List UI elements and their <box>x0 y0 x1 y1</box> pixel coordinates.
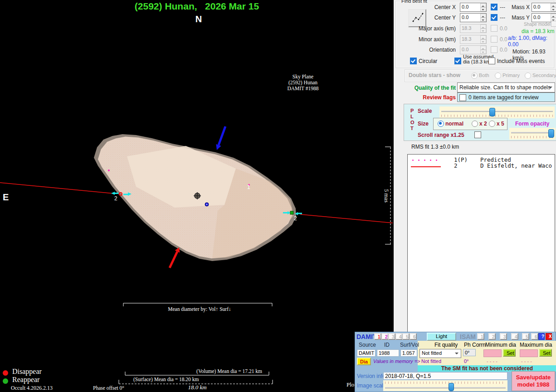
source-header: Source <box>359 342 376 348</box>
legend-row[interactable]: 2D Eisfeldt, near Waco <box>454 162 552 169</box>
shape-model-checkbox[interactable] <box>551 21 556 27</box>
damit-model-6-button[interactable]: 6 <box>410 333 417 340</box>
axis-ratio-text: a/b: 1.00, dMag: 0.00 <box>508 35 556 48</box>
form-opacity-slider-thumb[interactable] <box>548 129 554 138</box>
chord-2-label-right: 2 <box>294 215 297 222</box>
surface-diameter-caption: (Surface) Mean dia = 18.20 km <box>133 377 199 382</box>
double-stars-both-radio <box>471 73 478 79</box>
isam-model-2-button[interactable]: 2 <box>488 333 496 340</box>
max-dia-header: Maximum dia <box>520 342 552 348</box>
min-dia-field[interactable] <box>483 349 502 357</box>
fit-quality-header: Fit quality <box>434 342 458 348</box>
center-x-label: Center X <box>410 4 456 10</box>
isam-model-1-button[interactable]: 1 <box>477 333 484 340</box>
size-x2-radio[interactable] <box>472 121 478 127</box>
chord-2-line-left <box>0 183 114 194</box>
double-stars-both-label: Both <box>479 73 489 78</box>
image-scale-slider[interactable] <box>383 380 507 391</box>
error-bar-left <box>115 193 118 194</box>
surfvol-header: Surf/Vol <box>400 342 419 348</box>
double-stars-group: Double stars - show Both Primary Seconda… <box>405 69 556 82</box>
orientation-field: 0.0 <box>460 45 487 54</box>
scale-slider[interactable] <box>439 106 555 118</box>
size-normal-radio[interactable] <box>438 121 444 127</box>
spinner-icon <box>480 46 486 54</box>
set-min-dia-button[interactable]: Set <box>503 349 516 357</box>
damit-label: DAMIT <box>356 333 376 340</box>
south-motion-arrow <box>170 252 177 268</box>
reappear-legend-label: Reappear <box>12 376 39 384</box>
isam-model-3-button[interactable]: 3 <box>500 333 507 340</box>
isam-model-4-button[interactable]: 4 <box>511 333 518 340</box>
save-update-model-button[interactable]: Save/update model 1988 <box>512 371 555 391</box>
sky-plane-plot[interactable]: (2592) Hunan, 2026 Mar 15 N E Sky Plane … <box>0 0 394 392</box>
circular-checkbox[interactable] <box>410 58 417 64</box>
center-y-label: Center Y <box>410 15 456 21</box>
error-bar-left2 <box>123 194 128 195</box>
isam-model-6-button[interactable]: 6 <box>531 333 538 340</box>
damit-model-2-button[interactable]: 2 <box>381 333 389 340</box>
observed-chord-swatch <box>411 166 441 167</box>
clipped-plot-text: Plo <box>346 381 354 388</box>
values-in-memory-caption: Values in memory => <box>373 358 420 364</box>
size-option-group: normal x 2 x 5 <box>433 118 507 130</box>
set-max-dia-button[interactable]: Set <box>539 349 552 357</box>
memory-min-dia: - - - - <box>487 358 497 364</box>
close-button[interactable]: X <box>546 333 552 340</box>
ph-corrn-field[interactable]: 0° <box>463 349 476 356</box>
scale-slider-thumb[interactable] <box>489 108 495 116</box>
max-dia-field[interactable] <box>520 349 538 357</box>
quality-of-fit-dropdown[interactable]: Reliable size. Can fit to shape models <box>457 82 555 92</box>
spinner-icon[interactable] <box>480 14 486 22</box>
review-flags-label: Review flags <box>394 94 456 101</box>
light-curves-button[interactable]: Light curves <box>427 333 456 341</box>
mass-x-field[interactable]: 0.0 <box>532 3 556 12</box>
size-x5-radio[interactable] <box>489 121 495 127</box>
size-label: Size <box>418 121 429 127</box>
spinner-icon[interactable] <box>551 3 556 11</box>
phase-offset-status: Phase offset 0° <box>93 385 124 391</box>
id-header: ID <box>384 342 390 348</box>
chord-2-line-right <box>300 214 393 223</box>
quality-of-fit-label: Quality of the fit <box>394 85 456 91</box>
reappear-dot-icon <box>3 378 8 384</box>
plot-letter: O <box>410 120 415 125</box>
predicted-chord-dot <box>108 169 110 171</box>
review-flags-checkbox[interactable] <box>459 94 466 101</box>
major-axis-field: 18.3 <box>460 24 487 33</box>
damit-model-3-button[interactable]: 3 <box>388 333 395 340</box>
id-field[interactable]: 1988 <box>377 349 399 357</box>
size-x5-label: x 5 <box>497 121 504 127</box>
spinner-icon[interactable] <box>480 3 486 11</box>
spinner-icon <box>480 35 486 44</box>
error-bar-left-arrow-icon <box>111 192 115 195</box>
minor-axis-flag: 0.0 <box>500 36 507 43</box>
fit-quality-dropdown[interactable]: Not fitted <box>419 349 461 358</box>
use-assumed-dia-checkbox[interactable] <box>454 58 461 64</box>
dia-button[interactable]: Dia <box>357 358 371 365</box>
scroll-range-checkbox[interactable] <box>474 131 481 138</box>
scroll-range-label: Scroll range x1.25 <box>418 132 464 138</box>
plot-letter: P <box>410 108 414 113</box>
mass-y-label: Mass Y <box>493 15 530 21</box>
sky-plane-line2: (2592) Hunan <box>272 80 334 86</box>
image-scale-slider-thumb[interactable] <box>449 383 454 391</box>
reappear-point[interactable] <box>290 211 293 214</box>
damit-model-4-button[interactable]: 4 <box>395 333 403 340</box>
double-stars-primary-label: Primary <box>502 73 520 78</box>
isam-model-5-button[interactable]: 5 <box>522 333 529 340</box>
help-button[interactable]: ? <box>538 333 545 340</box>
center-x-field[interactable]: 0.0 <box>460 3 487 12</box>
damit-model-5-button[interactable]: 5 <box>402 333 410 340</box>
include-miss-events-checkbox[interactable] <box>488 58 495 64</box>
damit-model-1-button[interactable]: 1 <box>374 333 381 340</box>
major-axis-label: Major axis (km) <box>410 25 456 32</box>
form-opacity-slider[interactable] <box>509 128 556 140</box>
disappear-dot-icon <box>3 370 8 376</box>
size-normal-label: normal <box>445 121 463 127</box>
scale-label: Scale <box>418 108 432 114</box>
image-scale-label: Image scale <box>357 382 386 389</box>
center-y-field[interactable]: 0.0 <box>460 13 487 22</box>
plot-letter: L <box>410 114 414 119</box>
disappear-legend-label: Disappear <box>12 368 42 376</box>
